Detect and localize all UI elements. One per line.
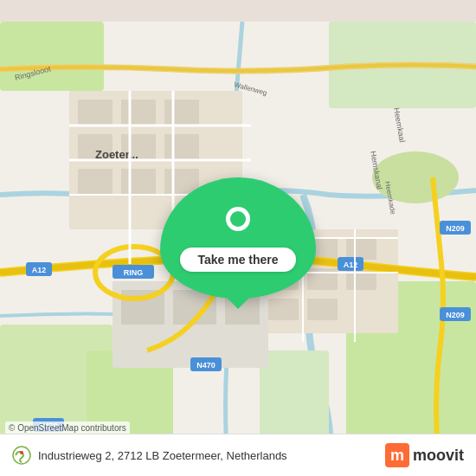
green-blob: Take me there <box>160 177 316 299</box>
svg-rect-24 <box>346 268 376 290</box>
svg-rect-14 <box>164 134 199 160</box>
svg-rect-11 <box>164 100 199 125</box>
svg-point-55 <box>230 211 246 227</box>
attribution-text: © OpenStreetMap contributors <box>5 421 130 434</box>
info-bar: Industrieweg 2, 2712 LB Zoetermeer, Neth… <box>0 434 476 476</box>
svg-text:A12: A12 <box>32 266 47 274</box>
svg-text:N470: N470 <box>196 361 215 370</box>
moovit-logo: m moovit <box>385 443 464 467</box>
moovit-brand-text: moovit <box>413 447 464 465</box>
osm-logo <box>12 446 31 465</box>
take-me-there-button[interactable]: Take me there <box>180 248 295 272</box>
address-label: Industrieweg 2, 2712 LB Zoetermeer, Neth… <box>38 449 287 462</box>
svg-point-7 <box>372 151 459 203</box>
svg-point-57 <box>20 451 23 454</box>
map-container: A12 A12 A12 RING N470 N470 N209 N209 Rin… <box>0 0 476 476</box>
svg-text:N209: N209 <box>446 311 465 319</box>
moovit-m-icon: m <box>385 443 409 467</box>
svg-rect-21 <box>346 238 376 260</box>
svg-rect-15 <box>78 169 113 195</box>
svg-rect-16 <box>121 169 156 195</box>
svg-rect-10 <box>121 100 156 125</box>
cta-overlay: Take me there <box>160 177 316 299</box>
svg-rect-26 <box>307 299 338 320</box>
svg-rect-25 <box>268 299 299 320</box>
svg-text:N209: N209 <box>446 224 465 233</box>
svg-rect-9 <box>78 100 113 125</box>
svg-text:RING: RING <box>124 268 144 277</box>
location-pin-icon <box>224 205 252 242</box>
info-left: Industrieweg 2, 2712 LB Zoetermeer, Neth… <box>12 446 287 465</box>
